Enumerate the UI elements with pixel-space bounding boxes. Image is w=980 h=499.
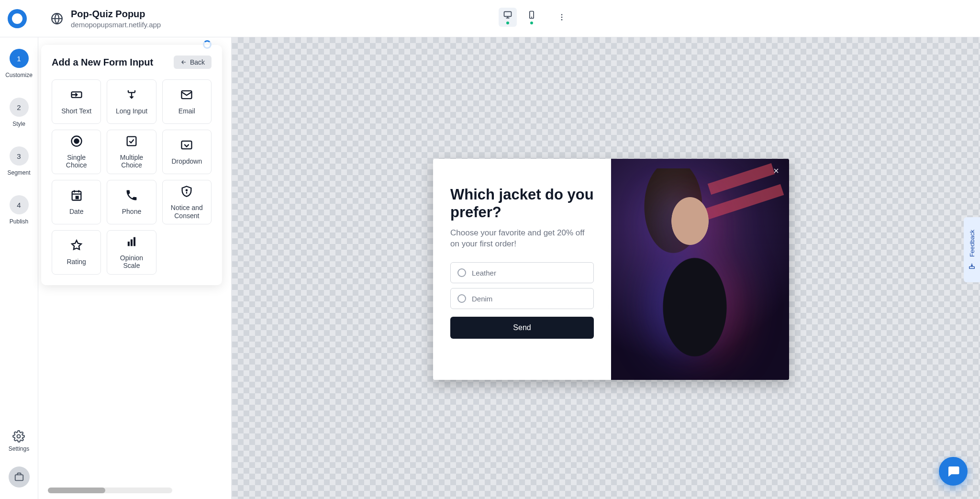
rail-step-number: 3 [10,146,29,166]
app-logo[interactable] [8,9,27,28]
rail-step-label: Style [12,121,25,127]
svg-rect-20 [969,266,975,268]
svg-rect-8 [15,475,23,480]
input-type-date[interactable]: Date [52,180,101,224]
input-type-label: Single Choice [56,154,97,170]
back-button-label: Back [190,58,205,66]
svg-rect-19 [134,237,135,246]
long-input-icon [125,88,138,101]
horizontal-scrollbar[interactable] [48,488,172,493]
rail-step-label: Publish [10,218,28,225]
form-input-panel: Add a New Form Input Back Short Text Lon… [41,45,222,285]
input-type-label: Rating [67,258,86,266]
top-header: Pop-Quiz Popup demopopupsmart.netlify.ap… [0,0,980,37]
rail-briefcase-button[interactable] [9,466,30,488]
input-type-short-text[interactable]: Short Text [52,79,101,124]
scrollbar-thumb[interactable] [48,488,105,493]
star-icon [70,239,83,252]
svg-rect-1 [504,11,512,16]
svg-point-16 [186,189,187,190]
popup-preview: Which jacket do you prefer? Choose your … [433,159,789,380]
bar-chart-icon [125,235,138,248]
back-button[interactable]: Back [174,55,212,69]
gear-icon [12,430,25,443]
popup-heading: Which jacket do you prefer? [450,186,594,221]
input-type-label: Long Input [116,107,147,115]
form-panel-title: Add a New Form Input [52,57,153,68]
briefcase-icon [14,472,24,482]
input-type-rating[interactable]: Rating [52,230,101,275]
rail-step-customize[interactable]: 1 Customize [5,49,33,78]
input-type-multiple-choice[interactable]: Multiple Choice [107,130,156,174]
input-type-label: Multiple Choice [111,154,152,170]
feedback-send-icon [968,262,976,270]
input-type-label: Email [178,107,195,115]
arrow-left-icon [180,59,187,66]
device-mobile-status-dot [530,22,533,24]
rail-settings-label: Settings [9,445,29,452]
input-type-email[interactable]: Email [162,79,212,124]
phone-icon [125,189,138,202]
popup-submit-button[interactable]: Send [450,317,594,339]
left-rail: 1 Customize 2 Style 3 Segment 4 Publish … [0,37,38,499]
input-type-single-choice[interactable]: Single Choice [52,130,101,174]
title-block: Pop-Quiz Popup demopopupsmart.netlify.ap… [71,9,161,29]
device-desktop-button[interactable] [499,8,517,27]
rail-step-number: 4 [10,195,29,214]
chat-launcher-button[interactable] [939,457,968,486]
svg-rect-14 [182,141,192,149]
popup-choice-denim[interactable]: Denim [450,288,594,309]
rail-step-number: 2 [10,98,29,117]
checkbox-icon [125,134,138,148]
feedback-tab[interactable]: Feedback [964,217,980,282]
popup-choice-label: Denim [472,295,492,303]
input-type-dropdown[interactable]: Dropdown [162,130,212,174]
rail-step-label: Customize [5,72,33,78]
form-panel-header: Add a New Form Input Back [52,55,212,69]
input-type-phone[interactable]: Phone [107,180,156,224]
svg-rect-18 [131,239,133,246]
dropdown-icon [180,138,193,152]
rail-step-style[interactable]: 2 Style [10,98,29,127]
device-mobile-button[interactable] [523,8,541,27]
globe-icon [51,12,63,25]
input-type-opinion-scale[interactable]: Opinion Scale [107,230,156,275]
page-title: Pop-Quiz Popup [71,9,161,20]
svg-rect-13 [127,136,136,145]
device-toggles [499,8,568,27]
header-more-button[interactable] [556,11,568,23]
svg-point-7 [17,435,21,438]
input-type-notice-consent[interactable]: Notice and Consent [162,180,212,224]
radio-icon [70,134,83,148]
input-type-label: Short Text [61,107,91,115]
radio-icon [457,294,466,303]
shield-info-icon [180,185,193,198]
input-type-label: Phone [122,208,141,216]
rail-step-label: Segment [7,169,30,176]
email-icon [180,88,193,101]
loading-spinner-icon [203,40,212,49]
feedback-label: Feedback [969,230,976,257]
input-type-grid: Short Text Long Input Email Single Choic… [52,79,212,275]
svg-point-5 [561,17,563,18]
popup-close-button[interactable] [770,165,782,177]
short-text-icon [70,88,83,101]
svg-point-6 [561,19,563,21]
rail-step-segment[interactable]: 3 Segment [7,146,30,176]
device-desktop-status-dot [506,22,509,24]
chat-icon [946,464,960,478]
input-type-label: Date [69,208,84,216]
input-type-long-input[interactable]: Long Input [107,79,156,124]
svg-rect-17 [128,242,130,246]
rail-step-publish[interactable]: 4 Publish [10,195,29,225]
image-person-decoration [637,183,752,365]
radio-icon [457,268,466,277]
input-type-label: Notice and Consent [167,204,207,220]
svg-point-12 [74,139,78,143]
rail-step-number: 1 [10,49,29,68]
rail-settings-button[interactable]: Settings [9,430,29,452]
popup-choice-leather[interactable]: Leather [450,262,594,283]
app-logo-inner [12,13,22,24]
input-type-label: Opinion Scale [111,254,152,270]
svg-point-3 [532,17,532,18]
